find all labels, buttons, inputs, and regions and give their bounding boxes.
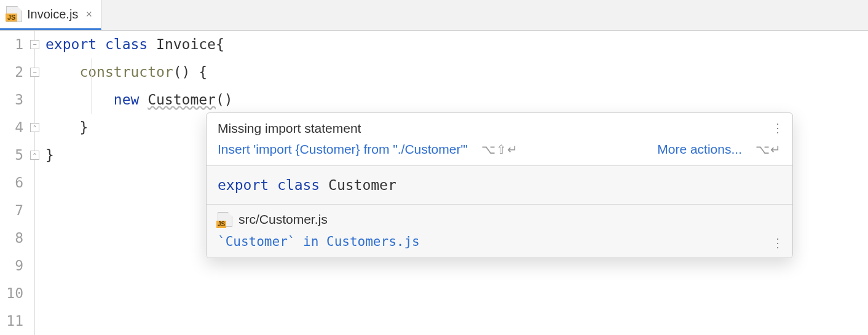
- close-tab-icon[interactable]: ×: [85, 8, 92, 21]
- line-number: 8: [0, 224, 23, 252]
- popup-footer: JS src/Customer.js `Customer` in Custome…: [207, 205, 792, 258]
- code-line[interactable]: [45, 307, 868, 335]
- line-number: 11: [0, 307, 23, 335]
- popup-title: Missing import statement: [218, 121, 781, 136]
- fold-end-icon[interactable]: ⌃: [30, 151, 39, 160]
- code-line[interactable]: export class Invoice{: [45, 31, 868, 58]
- line-number: 7: [0, 197, 23, 224]
- tab-bar: JS Invoice.js ×: [0, 0, 868, 31]
- code-line[interactable]: new Customer(): [45, 86, 868, 114]
- code-line[interactable]: constructor() {: [45, 58, 868, 86]
- fold-gutter: − − ⌃ ⌃: [30, 31, 42, 335]
- more-actions-shortcut: ⌥↵: [756, 142, 781, 157]
- line-number: 2: [0, 58, 23, 86]
- editor-tab[interactable]: JS Invoice.js ×: [0, 0, 101, 30]
- js-file-icon: JS: [6, 6, 22, 22]
- fold-toggle-icon[interactable]: −: [30, 40, 39, 49]
- fold-toggle-icon[interactable]: −: [30, 68, 39, 77]
- declaration-file-path: src/Customer.js: [239, 212, 328, 227]
- line-number: 4: [0, 114, 23, 141]
- declaration-preview: export class Customer: [207, 166, 792, 205]
- file-icon-badge: JS: [216, 221, 226, 228]
- line-number: 9: [0, 252, 23, 280]
- popup-actions-row: Insert 'import {Customer} from "./Custom…: [207, 137, 792, 166]
- line-number: 10: [0, 280, 23, 307]
- js-file-icon: JS: [218, 212, 232, 227]
- line-number: 5: [0, 141, 23, 169]
- line-number: 6: [0, 169, 23, 197]
- popup-menu-icon[interactable]: ⋮: [771, 120, 784, 135]
- apply-fix-link[interactable]: Insert 'import {Customer} from "./Custom…: [218, 142, 468, 157]
- line-number-gutter: 1234567891011: [0, 31, 30, 335]
- apply-fix-shortcut: ⌥⇧↵: [481, 142, 518, 157]
- more-actions-link[interactable]: More actions...: [657, 142, 742, 157]
- intention-popup: Missing import statement ⋮ Insert 'impor…: [206, 112, 793, 258]
- fold-end-icon[interactable]: ⌃: [30, 123, 39, 132]
- documentation-link[interactable]: `Customer` in Customers.js: [218, 234, 781, 249]
- indent-guide: [91, 58, 92, 114]
- popup-header: Missing import statement ⋮: [207, 113, 792, 137]
- line-number: 1: [0, 31, 23, 58]
- declaration-file-link[interactable]: JS src/Customer.js: [218, 212, 781, 227]
- tab-filename: Invoice.js: [27, 7, 78, 22]
- file-icon-badge: JS: [6, 14, 17, 22]
- popup-footer-menu-icon[interactable]: ⋮: [771, 235, 784, 250]
- code-line[interactable]: [45, 280, 868, 307]
- line-number: 3: [0, 86, 23, 114]
